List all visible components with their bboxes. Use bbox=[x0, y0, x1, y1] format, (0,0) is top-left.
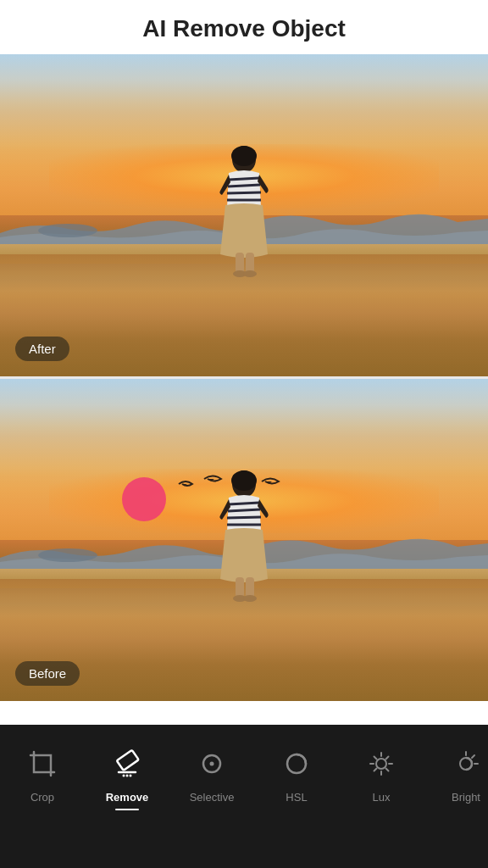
before-image-panel: Before bbox=[0, 379, 488, 701]
page-title: AI Remove Object bbox=[0, 15, 488, 42]
svg-point-2 bbox=[231, 146, 257, 166]
svg-point-12 bbox=[38, 548, 97, 562]
svg-line-38 bbox=[374, 757, 377, 760]
selective-label: Selective bbox=[190, 791, 235, 804]
svg-line-39 bbox=[386, 769, 389, 771]
svg-point-14 bbox=[231, 470, 257, 491]
svg-line-17 bbox=[227, 517, 261, 518]
svg-rect-25 bbox=[117, 750, 139, 771]
after-label-badge: After bbox=[15, 337, 69, 361]
toolbar-item-bright[interactable]: Bright bbox=[424, 745, 488, 804]
remove-icon bbox=[108, 745, 146, 782]
svg-line-5 bbox=[227, 192, 261, 193]
crop-label: Crop bbox=[30, 791, 54, 804]
svg-point-23 bbox=[243, 595, 257, 602]
svg-rect-8 bbox=[236, 253, 244, 273]
svg-line-40 bbox=[386, 757, 389, 760]
selective-icon bbox=[193, 745, 230, 782]
toolbar-item-lux[interactable]: Lux bbox=[339, 745, 424, 804]
svg-point-29 bbox=[130, 775, 132, 777]
svg-rect-24 bbox=[34, 755, 51, 772]
svg-rect-21 bbox=[246, 577, 254, 598]
lux-label: Lux bbox=[373, 791, 391, 804]
crop-icon bbox=[24, 745, 61, 782]
eraser-circle bbox=[122, 477, 166, 521]
toolbar-item-remove[interactable]: Remove bbox=[85, 745, 169, 804]
svg-line-4 bbox=[228, 185, 260, 186]
toolbar-item-selective[interactable]: Selective bbox=[169, 745, 254, 804]
bright-label: Bright bbox=[452, 791, 480, 804]
bright-icon bbox=[447, 745, 485, 782]
after-image-panel: After bbox=[0, 54, 488, 376]
svg-rect-9 bbox=[246, 253, 254, 273]
lux-icon bbox=[363, 745, 400, 782]
person-before bbox=[210, 469, 278, 604]
remove-label: Remove bbox=[106, 791, 149, 804]
svg-point-27 bbox=[123, 775, 125, 777]
svg-line-44 bbox=[472, 755, 474, 758]
main-area: AI Remove Object bbox=[0, 0, 488, 725]
hsl-label: HSL bbox=[286, 791, 307, 804]
before-label-badge: Before bbox=[15, 661, 80, 686]
toolbar: Crop Remove Selective bbox=[0, 725, 488, 868]
hsl-icon bbox=[278, 745, 315, 782]
svg-rect-20 bbox=[236, 577, 244, 598]
svg-point-33 bbox=[376, 759, 386, 769]
svg-point-31 bbox=[210, 762, 214, 766]
svg-point-28 bbox=[126, 775, 129, 777]
svg-line-16 bbox=[228, 509, 260, 511]
toolbar-item-hsl[interactable]: HSL bbox=[254, 745, 339, 804]
svg-line-41 bbox=[374, 769, 377, 771]
svg-line-15 bbox=[229, 503, 259, 504]
svg-line-3 bbox=[229, 178, 259, 180]
title-area: AI Remove Object bbox=[0, 0, 488, 54]
svg-point-0 bbox=[38, 224, 97, 237]
svg-point-11 bbox=[243, 270, 257, 277]
toolbar-item-crop[interactable]: Crop bbox=[0, 745, 85, 804]
person-after bbox=[210, 144, 278, 280]
